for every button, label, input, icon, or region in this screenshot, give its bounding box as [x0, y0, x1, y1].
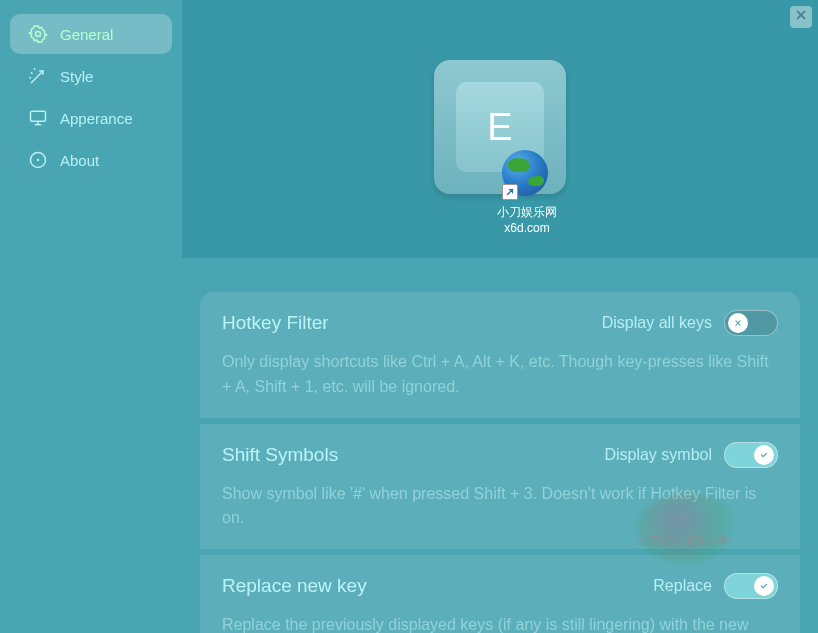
sidebar-item-label: Apperance [60, 110, 133, 127]
setting-replace-new-key: Replace new key Replace Replace the prev… [200, 555, 800, 633]
svg-point-2 [36, 32, 41, 37]
setting-title: Shift Symbols [222, 444, 338, 466]
toggle-knob [728, 313, 748, 333]
settings-list: Hotkey Filter Display all keys Only disp… [182, 258, 818, 633]
setting-shift-symbols: Shift Symbols Display symbol Show symbol… [200, 424, 800, 550]
close-button[interactable] [790, 6, 812, 28]
sidebar-item-appearance[interactable]: Apperance [10, 98, 172, 138]
sidebar-item-style[interactable]: Style [10, 56, 172, 96]
globe-icon [502, 150, 552, 200]
sidebar: General Style Apperance About [0, 0, 182, 633]
desktop-shortcut-line1: 小刀娱乐网 [482, 204, 572, 220]
sidebar-item-label: General [60, 26, 113, 43]
setting-right-label: Display symbol [604, 446, 712, 464]
close-icon [794, 8, 808, 26]
setting-right-label: Replace [653, 577, 712, 595]
sidebar-item-label: About [60, 152, 99, 169]
setting-description: Replace the previously displayed keys (i… [222, 613, 778, 633]
sidebar-item-general[interactable]: General [10, 14, 172, 54]
setting-title: Hotkey Filter [222, 312, 329, 334]
toggle-knob [754, 576, 774, 596]
setting-hotkey-filter: Hotkey Filter Display all keys Only disp… [200, 292, 800, 418]
monitor-icon [28, 108, 48, 128]
toggle-knob [754, 445, 774, 465]
gear-icon [28, 24, 48, 44]
desktop-shortcut-line2: x6d.com [482, 220, 572, 236]
main-content: E 小刀娱乐网 x6d.com Hotkey Filter Display al… [182, 0, 818, 633]
toggle-shift-symbols[interactable] [724, 442, 778, 468]
svg-point-7 [37, 159, 40, 162]
info-icon [28, 150, 48, 170]
shortcut-arrow-icon [502, 184, 518, 200]
preview-area: E 小刀娱乐网 x6d.com [182, 0, 818, 258]
sidebar-item-about[interactable]: About [10, 140, 172, 180]
toggle-hotkey-filter[interactable] [724, 310, 778, 336]
svg-rect-3 [31, 111, 46, 121]
setting-right-label: Display all keys [602, 314, 712, 332]
desktop-shortcut[interactable]: 小刀娱乐网 x6d.com [482, 150, 572, 236]
setting-title: Replace new key [222, 575, 367, 597]
wand-icon [28, 66, 48, 86]
toggle-replace-new-key[interactable] [724, 573, 778, 599]
sidebar-item-label: Style [60, 68, 93, 85]
setting-description: Show symbol like '#' when pressed Shift … [222, 482, 778, 532]
setting-description: Only display shortcuts like Ctrl + A, Al… [222, 350, 778, 400]
